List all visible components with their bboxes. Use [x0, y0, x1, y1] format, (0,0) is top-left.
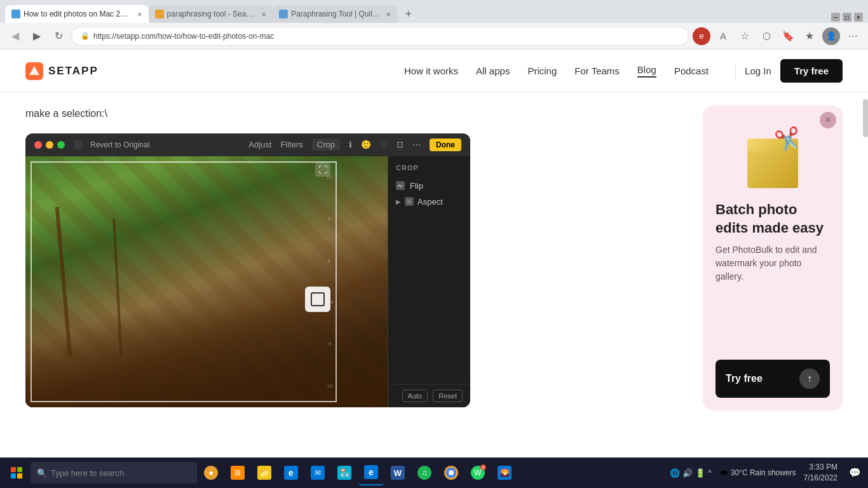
auto-button[interactable]: Auto	[402, 390, 428, 402]
fullscreen-button[interactable]: ⛶	[315, 163, 330, 177]
new-tab-button[interactable]: +	[400, 5, 417, 23]
text-size-button[interactable]: A	[714, 27, 732, 45]
tab-1-favicon	[11, 10, 20, 18]
taskbar-app-chrome[interactable]	[438, 460, 464, 485]
tab-1[interactable]: How to edit photos on Mac 202… ×	[5, 5, 149, 23]
close-button[interactable]: ×	[854, 13, 863, 22]
app-screenshot: Revert to Original Adjust Filters Crop ℹ…	[25, 133, 470, 407]
promo-arrow-icon: ↑	[799, 369, 820, 389]
nav-for-teams[interactable]: For Teams	[574, 65, 620, 76]
refresh-button[interactable]: ↻	[50, 27, 67, 45]
taskbar-app-store[interactable]: 🏪	[332, 460, 357, 485]
app-sidebar: CROP ⇆ Flip ▶ ⊞ Aspect	[388, 156, 470, 407]
promo-description: Get PhotoBulk to edit and watermark your…	[715, 243, 830, 283]
profile-button[interactable]: 👤	[822, 27, 840, 45]
nav-try-free-button[interactable]: Try free	[780, 59, 843, 83]
nav-all-apps[interactable]: All apps	[476, 65, 510, 76]
nav-pricing[interactable]: Pricing	[527, 65, 557, 76]
maximize-button[interactable]: □	[843, 13, 851, 22]
favorites-btn[interactable]: ★	[801, 27, 818, 45]
nav-podcast[interactable]: Podcast	[674, 65, 709, 76]
collections-icon[interactable]: 🔖	[779, 27, 797, 45]
favorites-icon[interactable]: ☆	[736, 27, 754, 45]
taskbar-app-edge[interactable]: e	[278, 460, 304, 485]
taskbar-app-spotify[interactable]: ♫	[412, 460, 437, 485]
taskbar-app-outlook[interactable]: ✉	[305, 460, 330, 485]
info-icon: ℹ	[349, 140, 352, 149]
back-button[interactable]: ◀	[6, 27, 24, 45]
volume-icon[interactable]: 🔊	[682, 468, 693, 478]
nav-login[interactable]: Log In	[745, 65, 771, 76]
menu-button[interactable]: ⋯	[844, 27, 862, 45]
reset-button[interactable]: Reset	[433, 390, 463, 402]
traffic-light-red	[34, 141, 42, 149]
notification-icon: 💬	[849, 467, 861, 478]
revert-label[interactable]: Revert to Original	[90, 140, 149, 149]
nav-divider	[735, 64, 736, 79]
promo-try-free-label: Try free	[726, 373, 763, 384]
weather-display[interactable]: 🌧 30°C Rain showers	[719, 468, 796, 478]
taskbar-app-edge2[interactable]: e	[358, 460, 384, 485]
photobulk-icon: ✂️	[741, 125, 804, 188]
tab-1-title: How to edit photos on Mac 202…	[24, 10, 132, 18]
nav-blog[interactable]: Blog	[637, 64, 656, 78]
aspect-item[interactable]: ▶ ⊞ Aspect	[396, 194, 463, 210]
taskbar-app-cortana[interactable]: ●	[198, 460, 224, 485]
browser-window: How to edit photos on Mac 202… × paraphr…	[0, 0, 868, 488]
setapp-logo-icon	[25, 62, 43, 80]
crop-label[interactable]: Crop	[312, 139, 340, 151]
done-button[interactable]: Done	[430, 139, 461, 151]
address-text: https://setapp.com/how-to/how-to-edit-ph…	[93, 32, 274, 41]
scrollbar[interactable]	[863, 99, 868, 137]
nav-how-it-works[interactable]: How it works	[404, 65, 458, 76]
main-area: make a selection:\ Revert to Original Ad…	[25, 105, 688, 410]
promo-image-area: ✂️	[715, 125, 830, 188]
intro-text: make a selection:\	[25, 105, 688, 122]
taskbar-search-icon: 🔍	[37, 468, 47, 478]
share-icon: ⋯	[412, 140, 421, 149]
address-bar: ◀ ▶ ↻ 🔒 https://setapp.com/how-to/how-to…	[0, 23, 868, 50]
taskbar-app-photos[interactable]: 🌄	[492, 460, 517, 485]
app-titlebar: Revert to Original Adjust Filters Crop ℹ…	[25, 133, 470, 156]
taskbar-app-file-explorer[interactable]: 📁	[252, 460, 277, 485]
logo-text: SETAPP	[48, 65, 98, 78]
taskbar-app-word[interactable]: W	[385, 460, 410, 485]
clock[interactable]: 3:33 PM 7/16/2022	[800, 462, 841, 484]
tab-2-favicon	[155, 10, 164, 18]
flip-item[interactable]: ⇆ Flip	[396, 178, 463, 194]
network-icon[interactable]: 🌐	[670, 468, 680, 478]
crop-handle[interactable]	[305, 287, 330, 312]
battery-icon[interactable]: 🔋	[695, 468, 705, 478]
start-icon	[11, 467, 22, 478]
minimize-button[interactable]: ─	[831, 13, 840, 22]
taskbar-search[interactable]: 🔍 Type here to search	[31, 462, 197, 484]
tab-1-close[interactable]: ×	[137, 10, 142, 19]
notification-button[interactable]: 💬	[845, 463, 864, 482]
tab-2-close[interactable]: ×	[262, 10, 267, 19]
forward-button[interactable]: ▶	[28, 27, 46, 45]
promo-card: × ✂️ Batch photo edits made easy Get Pho…	[703, 105, 843, 410]
app-expand-btn	[74, 140, 83, 149]
start-button[interactable]	[4, 460, 29, 485]
edge-icon[interactable]: e	[693, 27, 710, 45]
tab-2[interactable]: paraphrasing tool - Search ×	[149, 5, 273, 23]
chevron-up-icon[interactable]: ^	[708, 468, 712, 477]
tab-3[interactable]: Paraphrasing Tool | QuillBot AI ×	[273, 5, 397, 23]
adjust-label[interactable]: Adjust	[248, 140, 271, 149]
heart-icon: ♡	[380, 140, 388, 149]
promo-try-free-button[interactable]: Try free ↑	[715, 360, 830, 398]
address-input[interactable]: 🔒 https://setapp.com/how-to/how-to-edit-…	[71, 27, 689, 46]
app-body: 10·8·6·0·4-5·-10· ⛶	[25, 156, 470, 407]
logo[interactable]: SETAPP	[25, 62, 98, 80]
website-content: SETAPP How it works All apps Pricing For…	[0, 50, 868, 458]
taskbar-app-task-view[interactable]: ⊞	[225, 460, 250, 485]
tab-bar: How to edit photos on Mac 202… × paraphr…	[0, 0, 868, 23]
filters-label[interactable]: Filters	[280, 140, 302, 149]
tab-3-title: Paraphrasing Tool | QuillBot AI	[291, 10, 380, 18]
taskbar-app-whatsapp[interactable]: W 8	[465, 460, 491, 485]
tab-3-close[interactable]: ×	[386, 10, 391, 19]
app-image-area: 10·8·6·0·4-5·-10· ⛶	[25, 156, 388, 407]
weather-text: 30°C Rain showers	[731, 468, 796, 477]
extensions-icon[interactable]: ⬡	[757, 27, 775, 45]
promo-close-button[interactable]: ×	[820, 112, 836, 128]
